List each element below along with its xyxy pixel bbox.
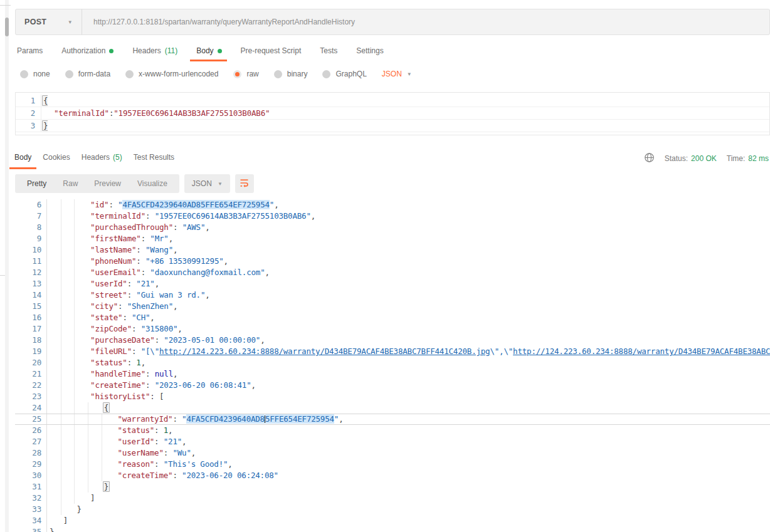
line-text: "historyList": [ <box>47 392 164 401</box>
body-type-x-www-form-urlencoded[interactable]: x-www-form-urlencoded <box>125 70 218 78</box>
line-text: } <box>47 504 82 514</box>
url-link[interactable]: http://124.223.60.234:8888/warranty/D434… <box>159 347 490 356</box>
tab-label: Headers <box>82 153 110 162</box>
token-pun: , <box>141 358 145 367</box>
line-number: 1 <box>16 95 41 107</box>
body-type-form-data[interactable]: form-data <box>65 70 110 78</box>
token-pun: , <box>150 313 154 322</box>
url-input[interactable]: http://127.0.0.1:8181/spartan/warranty/q… <box>82 18 355 26</box>
token-key: "lastName" <box>90 245 136 254</box>
left-scrollbar-thumb[interactable] <box>5 18 9 36</box>
line-text: "terminalId": "1957EE0C69614AB3B3AF27551… <box>47 211 315 221</box>
token-key: "reason" <box>118 459 155 469</box>
token-key: "terminalId" <box>90 211 145 221</box>
indent-guide <box>88 425 88 436</box>
line-text: ] <box>47 493 95 503</box>
view-mode-raw[interactable]: Raw <box>55 174 86 193</box>
line-content: "createTime": "2023-06-20 06:24:08" <box>47 470 770 481</box>
tab-params[interactable]: Params <box>17 46 43 61</box>
line-text: "createTime": "2023-06-20 06:08:41", <box>47 380 256 390</box>
indent-guide <box>74 459 75 470</box>
body-language-select[interactable]: JSON▼ <box>382 70 412 78</box>
response-body-editor[interactable]: 6"id": "4FA5CFD4239640AD85FFE654EF725954… <box>15 199 770 532</box>
code-line-34: 34] <box>15 515 770 526</box>
token-sel: 5FFE654EF725954 <box>265 414 334 424</box>
response-tab-test-results[interactable]: Test Results <box>132 153 176 169</box>
body-type-none[interactable]: none <box>20 70 50 78</box>
body-type-label: none <box>33 70 50 78</box>
token-pun: , <box>251 380 256 390</box>
network-icon[interactable] <box>644 152 655 165</box>
indent-guide <box>74 436 75 447</box>
line-number: 34 <box>15 515 47 526</box>
indent-guide <box>61 481 61 493</box>
line-content: "id": "4FA5CFD4239640AD85FFE654EF725954"… <box>47 199 770 211</box>
postman-window: POST ▼ http://127.0.0.1:8181/spartan/war… <box>0 0 770 532</box>
time-value: 82 ms <box>748 154 769 163</box>
url-link[interactable]: http://124.223.60.234:8888/warranty/D434… <box>513 347 770 356</box>
token-sel: 4FA5CFD4239640AD8 <box>186 414 265 424</box>
tab-settings[interactable]: Settings <box>356 46 383 61</box>
token-pun: , <box>173 245 177 254</box>
code-line-31: 31} <box>15 481 770 493</box>
body-type-binary[interactable]: binary <box>274 70 308 78</box>
token-str: "2023-06-20 06:24:08" <box>182 471 278 480</box>
tab-tests[interactable]: Tests <box>320 46 337 61</box>
line-content: "city": "ShenZhen", <box>47 301 770 312</box>
request-body-editor[interactable]: 1{2"terminalId":"1957EE0C69614AB3B3AF275… <box>15 92 770 135</box>
wrap-lines-button[interactable] <box>235 174 254 193</box>
token-key: "userId" <box>118 437 155 446</box>
indent-guide <box>102 414 102 424</box>
line-text: "userId": "21", <box>47 437 186 446</box>
tab-authorization[interactable]: Authorization <box>61 46 113 61</box>
tab-headers[interactable]: Headers(11) <box>132 46 177 61</box>
code-line-20: 20"status": 1, <box>15 357 770 368</box>
indent-guide <box>74 346 75 357</box>
line-text: "id": "4FA5CFD4239640AD85FFE654EF725954"… <box>47 200 278 209</box>
tab-body[interactable]: Body <box>196 46 221 61</box>
response-tab-headers[interactable]: Headers(5) <box>80 153 124 169</box>
response-tab-body[interactable]: Body <box>13 153 33 169</box>
response-language-select[interactable]: JSON ▼ <box>184 174 230 193</box>
code-line-32: 32] <box>15 493 770 504</box>
left-scrollbar-track[interactable] <box>5 0 9 532</box>
token-brace: } <box>50 527 54 532</box>
view-mode-visualize[interactable]: Visualize <box>129 174 176 193</box>
indent-guide <box>88 414 88 424</box>
token-pun: : <box>154 437 164 446</box>
token-str: "CH" <box>132 313 150 322</box>
wrap-lines-icon <box>239 177 250 190</box>
token-pun: : <box>141 234 150 243</box>
indent-guide <box>74 493 75 504</box>
line-number: 32 <box>15 493 47 504</box>
view-mode-preview[interactable]: Preview <box>86 174 129 193</box>
indent-guide <box>61 222 61 233</box>
indent-guide <box>61 346 61 357</box>
indent-guide <box>88 470 88 481</box>
code-line-22: 22"createTime": "2023-06-20 06:08:41", <box>15 380 770 391</box>
token-key: "zipCode" <box>90 324 132 333</box>
method-select[interactable]: POST ▼ <box>16 9 82 34</box>
view-mode-pretty[interactable]: Pretty <box>19 174 55 193</box>
tab-pre-request-script[interactable]: Pre-request Script <box>241 46 302 61</box>
token-key: "purchasedThrough" <box>90 222 173 232</box>
line-content: "userId": "21", <box>47 278 770 289</box>
indent-guide <box>102 436 102 447</box>
line-number: 20 <box>15 357 47 368</box>
code-line-19: 19"fileURL": "[\"http://124.223.60.234:8… <box>15 346 770 357</box>
line-content: "warrantyId": "4FA5CFD4239640AD85FFE654E… <box>47 414 770 424</box>
line-number: 14 <box>15 289 47 301</box>
line-content: "terminalId": "1957EE0C69614AB3B3AF27551… <box>47 211 770 222</box>
response-tab-cookies[interactable]: Cookies <box>41 153 71 169</box>
body-type-graphql[interactable]: GraphQL <box>322 70 366 78</box>
green-dot-icon <box>218 49 222 53</box>
indent-guide <box>61 425 61 436</box>
body-type-raw[interactable]: raw <box>233 70 258 78</box>
response-tabs: BodyCookiesHeaders(5)Test Results <box>13 153 176 169</box>
indent-guide <box>61 470 61 481</box>
token-key: "firstName" <box>90 234 141 243</box>
indent-guide <box>61 368 61 380</box>
line-text: "fileURL": "[\"http://124.223.60.234:888… <box>47 347 770 356</box>
line-content: "purchaseDate": "2023-05-01 00:00:00", <box>47 335 770 346</box>
tab-label: Params <box>17 46 43 55</box>
